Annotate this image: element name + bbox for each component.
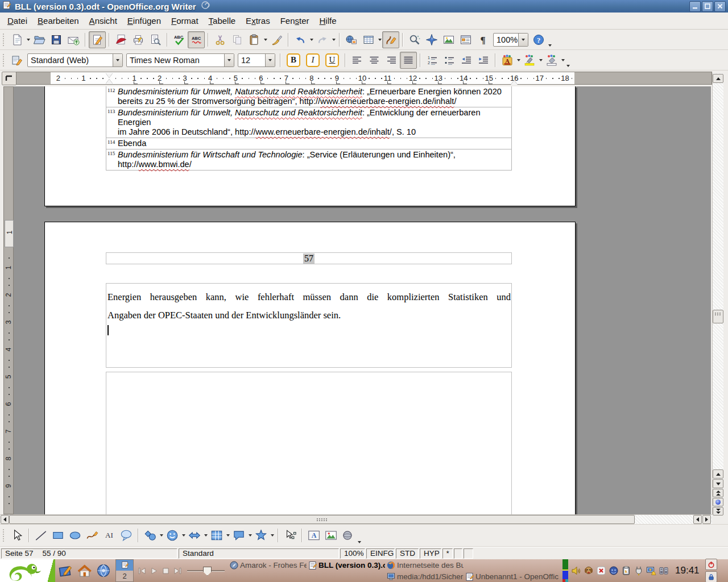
vertical-ruler[interactable]: 1 123456789 [3, 86, 14, 514]
print-button[interactable] [130, 31, 147, 48]
scroll-right-button[interactable] [702, 515, 711, 524]
media-next-button[interactable] [172, 566, 184, 576]
scroll-up-button2[interactable] [713, 469, 723, 479]
navigation-button[interactable] [713, 498, 723, 506]
menu-item-tabelle[interactable]: Tabelle [204, 14, 241, 27]
toolbar-grip[interactable] [2, 54, 6, 66]
task-button-internetseite[interactable]: Internetseite des Bundes [385, 559, 464, 571]
numbered-list-button[interactable]: 12 [424, 52, 441, 69]
spellcheck-button[interactable]: ABC [171, 31, 188, 48]
media-previous-button[interactable] [136, 566, 148, 576]
kmenu-suse-button[interactable] [0, 559, 55, 582]
flowchart-dropdown[interactable] [225, 528, 230, 543]
italic-button[interactable]: I [303, 52, 322, 69]
menu-item-extras[interactable]: Extras [241, 14, 275, 27]
callouts-button[interactable] [230, 527, 247, 544]
extrusion-button[interactable] [340, 527, 357, 544]
underline-button[interactable]: U [322, 52, 342, 69]
highlighting-dropdown[interactable] [538, 53, 543, 68]
font-size-combo[interactable]: 12 [238, 53, 275, 67]
paste-button[interactable] [246, 31, 263, 48]
styles-window-button[interactable] [9, 52, 26, 69]
vertical-scroll-thumb[interactable] [713, 310, 723, 323]
new-document-dropdown[interactable] [26, 32, 31, 47]
beagle-tray-icon[interactable] [583, 565, 594, 576]
draw-functions-button[interactable] [382, 31, 399, 48]
stars-button[interactable] [253, 527, 270, 544]
vertical-scrollbar[interactable] [712, 73, 723, 514]
zoom-combo-dropdown[interactable] [518, 34, 528, 46]
basic-shapes-dropdown[interactable] [159, 528, 164, 543]
format-paintbrush-button[interactable] [268, 31, 285, 48]
minimize-button[interactable] [689, 1, 701, 12]
status-selection-mode[interactable]: STD [396, 548, 419, 559]
blue-app-tray-icon[interactable] [608, 565, 619, 576]
hyperlink-button[interactable] [343, 31, 360, 48]
align-right-button[interactable] [383, 52, 400, 69]
horizontal-ruler[interactable]: 21123456789101112131415161718 [16, 72, 712, 85]
document-as-email-button[interactable] [65, 31, 82, 48]
toolbar-overflow-button[interactable] [357, 538, 362, 546]
toolbar-grip[interactable] [2, 529, 6, 542]
body-text-frame[interactable]: Energien herausgeben kann, wie fehlerhaf… [106, 283, 512, 368]
block-arrows-button[interactable] [186, 527, 203, 544]
justify-button[interactable] [400, 52, 417, 69]
from-file-button[interactable] [322, 527, 340, 544]
previous-page-button[interactable] [713, 489, 723, 497]
scroll-left-button2[interactable] [693, 515, 702, 524]
power-plug-tray-icon[interactable] [633, 565, 644, 576]
taskbar-clock[interactable]: 19:41 [675, 565, 700, 576]
undo-dropdown[interactable] [309, 32, 314, 47]
edit-file-button[interactable] [89, 31, 106, 48]
callouts-dropdown[interactable] [247, 528, 253, 543]
autospellcheck-button[interactable]: ABC [188, 31, 205, 48]
increase-indent-button[interactable] [475, 52, 492, 69]
menu-item-fenster[interactable]: Fenster [275, 14, 315, 27]
font-name-combo[interactable]: Times New Roman [126, 53, 234, 67]
status-insert-mode[interactable]: EINFG [366, 548, 395, 559]
paste-dropdown[interactable] [263, 32, 268, 47]
paragraph-style-combo-dropdown[interactable] [113, 54, 122, 66]
task-button-mediahdd1sicherung[interactable]: media:/hdd1/Sicherung/ [385, 571, 464, 582]
menu-item-hilfe[interactable]: Hilfe [315, 14, 342, 27]
slider-thumb[interactable] [203, 567, 212, 576]
volume-slider[interactable] [187, 566, 225, 576]
decrease-indent-button[interactable] [458, 52, 475, 69]
data-sources-button[interactable] [457, 31, 474, 48]
undo-button[interactable] [292, 31, 309, 48]
status-hyperlink-mode[interactable]: HYP [420, 548, 441, 559]
gallery-button[interactable] [440, 31, 457, 48]
organizer-tray-icon[interactable] [646, 565, 657, 576]
menu-item-format[interactable]: Format [166, 14, 204, 27]
table-dropdown[interactable] [377, 32, 382, 47]
klipper-tray-icon[interactable]: k [621, 565, 632, 576]
tab-selector-button[interactable] [2, 72, 16, 85]
paragraph-style-combo[interactable]: Standard (Web) [27, 53, 123, 67]
help-button[interactable]: ? [530, 31, 547, 48]
menu-item-bearbeiten[interactable]: Bearbeiten [32, 14, 84, 27]
pager-desktop-1[interactable] [116, 560, 133, 571]
logout-button[interactable] [705, 559, 717, 570]
document-canvas[interactable]: 112Bundesministerium für Umwelt, Natursc… [14, 86, 711, 514]
text-box-button[interactable]: AI [101, 527, 118, 544]
select-button[interactable] [9, 527, 26, 544]
zoom-combo[interactable]: 100% [493, 33, 528, 47]
indent-marker[interactable] [106, 73, 113, 84]
background-color-dropdown[interactable] [560, 53, 565, 68]
export-pdf-button[interactable] [113, 31, 130, 48]
media-play-button[interactable] [148, 566, 160, 576]
new-document-button[interactable] [9, 31, 26, 48]
volume-tray-icon[interactable] [570, 565, 582, 576]
task-button-bll[interactable]: BLL (version 0.3).odt - [307, 559, 385, 571]
menu-item-einfuegen[interactable]: Einfügen [122, 14, 166, 27]
cut-button[interactable] [212, 31, 229, 48]
status-page-style[interactable]: Standard [179, 548, 339, 559]
next-page-button[interactable] [713, 507, 723, 516]
symbol-shapes-dropdown[interactable] [181, 528, 186, 543]
symbol-shapes-button[interactable] [164, 527, 181, 544]
pager-desktop-2[interactable]: 2 [116, 571, 133, 581]
scroll-left-button[interactable] [1, 515, 9, 524]
open-button[interactable] [31, 31, 48, 48]
horizontal-scrollbar[interactable] [0, 514, 712, 525]
home-folder-launcher[interactable] [75, 562, 93, 580]
